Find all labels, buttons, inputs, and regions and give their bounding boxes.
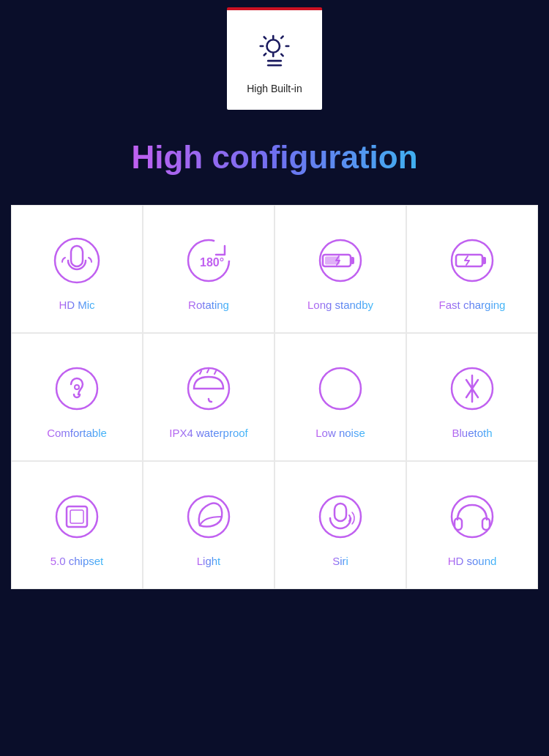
cell-bluetooth-label: Bluetoth [452,427,492,439]
gear-icon [249,26,300,77]
cell-low-noise: Low noise [274,333,406,461]
cell-siri: Siri [274,461,406,589]
header-card-label: High Built-in [247,83,302,94]
cell-long-standby-label: Long standby [307,299,373,311]
svg-point-16 [75,385,79,389]
svg-line-20 [207,370,209,373]
phone-icon [48,231,106,290]
cell-ipx4-label: IPX4 waterproof [169,427,248,439]
svg-rect-49 [335,504,346,521]
cell-hd-sound: HD sound [406,461,538,589]
rotate-icon: 180° [179,231,238,290]
mic-icon [311,487,370,546]
cell-fast-charging-label: Fast charging [439,299,506,311]
main-title: High configuration [131,139,417,176]
svg-point-12 [452,240,493,281]
ear-icon [48,359,106,418]
cell-comfortable: Comfortable [11,333,143,461]
battery-fast-icon [443,231,501,290]
svg-text:180°: 180° [200,256,224,269]
chip-icon [48,487,106,546]
svg-point-47 [188,496,229,537]
svg-line-19 [200,371,201,374]
cell-bluetooth: Bluetoth [406,333,538,461]
svg-rect-34 [70,510,83,523]
cell-light-label: Light [197,555,221,567]
cell-hd-mic-label: HD Mic [59,299,94,311]
bluetooth-icon [443,359,501,418]
cell-ipx4: IPX4 waterproof [143,333,274,461]
svg-point-32 [56,496,97,537]
cell-chipset-label: 5.0 chipset [51,555,104,567]
umbrella-icon [179,359,238,418]
feature-grid: HD Mic 180° Rotating Long standby [11,205,538,589]
svg-rect-10 [351,257,354,264]
cell-siri-label: Siri [332,555,348,567]
cell-chipset: 5.0 chipset [11,461,143,589]
battery-charging-icon [311,231,370,290]
leaf-icon [179,487,238,546]
cell-hd-sound-label: HD sound [448,555,497,567]
headphones-icon [443,487,501,546]
svg-line-21 [214,371,216,374]
cell-fast-charging: Fast charging [406,205,538,333]
cell-comfortable-label: Comfortable [47,427,107,439]
cell-rotating: 180° Rotating [143,205,274,333]
cell-hd-mic: HD Mic [11,205,143,333]
cell-long-standby: Long standby [274,205,406,333]
cell-light: Light [143,461,274,589]
svg-rect-33 [67,506,87,527]
header-card: High Built-in [227,7,322,110]
soundwave-icon [311,359,370,418]
cell-rotating-label: Rotating [188,299,229,311]
svg-point-0 [267,40,280,53]
svg-rect-14 [482,257,486,264]
cell-low-noise-label: Low noise [315,427,365,439]
